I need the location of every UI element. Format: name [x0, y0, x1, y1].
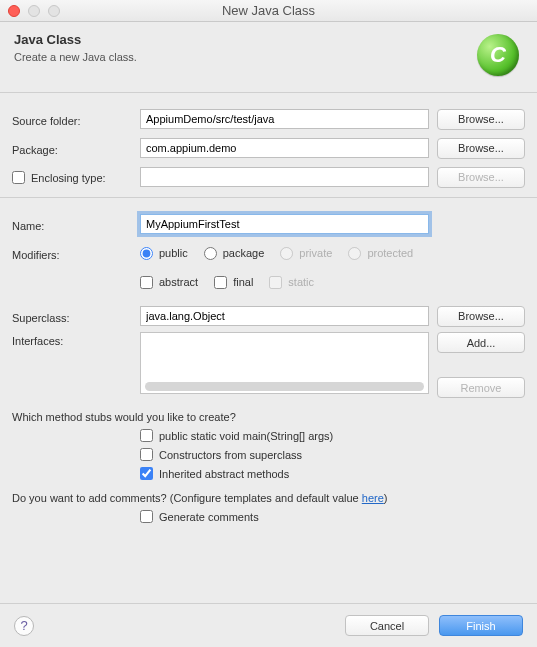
package-input[interactable] [140, 138, 429, 158]
source-folder-input[interactable] [140, 109, 429, 129]
dialog-footer: ? Cancel Finish [0, 603, 537, 647]
browse-enclosing-button: Browse... [437, 167, 525, 188]
enclosing-type-checkbox[interactable]: Enclosing type: [12, 171, 106, 184]
inherited-methods-checkbox[interactable]: Inherited abstract methods [140, 467, 525, 480]
configure-templates-link[interactable]: here [362, 492, 384, 504]
class-icon: C [477, 34, 519, 76]
form-section-source: Source folder: Browse... Package: Browse… [0, 93, 537, 197]
modifier-static-checkbox: static [269, 276, 314, 289]
modifier-private-radio: private [280, 247, 332, 260]
titlebar: New Java Class [0, 0, 537, 22]
dialog-header: Java Class Create a new Java class. C [0, 22, 537, 92]
cancel-button[interactable]: Cancel [345, 615, 429, 636]
enclosing-type-input [140, 167, 429, 187]
method-stubs-section: Which method stubs would you like to cre… [0, 405, 537, 488]
enclosing-type-label: Enclosing type: [31, 172, 106, 184]
modifier-abstract-checkbox[interactable]: abstract [140, 276, 198, 289]
add-interface-button[interactable]: Add... [437, 332, 525, 353]
main-method-checkbox[interactable]: public static void main(String[] args) [140, 429, 525, 442]
superclass-label: Superclass: [12, 309, 140, 324]
remove-interface-button: Remove [437, 377, 525, 398]
modifier-final-checkbox[interactable]: final [214, 276, 253, 289]
form-section-name: Name: Modifiers: public package private … [0, 198, 537, 405]
superclass-input[interactable] [140, 306, 429, 326]
modifier-public-radio[interactable]: public [140, 247, 188, 260]
header-title: Java Class [14, 32, 137, 47]
source-folder-label: Source folder: [12, 112, 140, 127]
modifier-protected-radio: protected [348, 247, 413, 260]
modifiers-label: Modifiers: [12, 246, 140, 261]
finish-button[interactable]: Finish [439, 615, 523, 636]
help-button[interactable]: ? [14, 616, 34, 636]
window-title: New Java Class [0, 3, 537, 18]
modifier-package-radio[interactable]: package [204, 247, 265, 260]
browse-package-button[interactable]: Browse... [437, 138, 525, 159]
package-label: Package: [12, 141, 140, 156]
constructors-checkbox[interactable]: Constructors from superclass [140, 448, 525, 461]
header-subtitle: Create a new Java class. [14, 51, 137, 63]
name-label: Name: [12, 217, 140, 232]
interfaces-listbox[interactable] [140, 332, 429, 394]
method-stubs-question: Which method stubs would you like to cre… [12, 411, 525, 423]
comments-question: Do you want to add comments? (Configure … [0, 488, 537, 510]
name-input[interactable] [140, 214, 429, 234]
browse-source-button[interactable]: Browse... [437, 109, 525, 130]
interfaces-label: Interfaces: [12, 332, 140, 347]
generate-comments-checkbox[interactable]: Generate comments [140, 510, 525, 523]
browse-superclass-button[interactable]: Browse... [437, 306, 525, 327]
